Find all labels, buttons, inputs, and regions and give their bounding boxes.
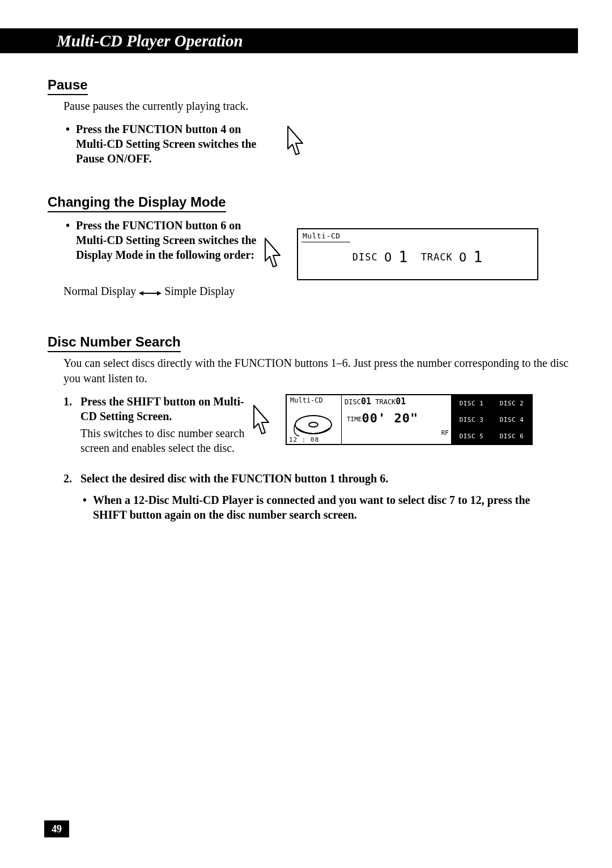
- disc-search-heading: Disc Number Search: [48, 334, 181, 352]
- disc-search-intro: You can select discs directly with the F…: [63, 356, 572, 386]
- disc-search-step1: 1. Press the SHIFT button on Multi-CD Se…: [63, 394, 250, 455]
- lcd-clock: 12 : 08: [289, 436, 319, 443]
- disc-search-section: Disc Number Search You can select discs …: [48, 324, 572, 522]
- lcd-time-line: TIME00' 20": [347, 411, 418, 425]
- svg-marker-1: [139, 291, 143, 296]
- pause-section: Pause Pause pauses the currently playing…: [48, 67, 572, 166]
- svg-point-3: [295, 416, 332, 434]
- lcd-title: Multi-CD: [303, 232, 341, 240]
- disc-button-grid: DISC 1 DISC 2 DISC 3 DISC 4 DISC 5 DISC …: [451, 395, 532, 444]
- disc-search-step1-sub: This switches to disc number search scre…: [80, 426, 250, 455]
- page-title-bar: Multi-CD Player Operation: [0, 28, 578, 53]
- touch-pointer-icon: [284, 124, 572, 165]
- disc-search-step2-note: When a 12-Disc Multi-CD Player is connec…: [80, 493, 562, 522]
- disc-button: DISC 2: [491, 395, 532, 412]
- touch-pointer-icon: [250, 403, 275, 444]
- disc-button: DISC 5: [451, 427, 491, 444]
- lcd-simple-display: Multi-CD DISC O 1 TRACK O 1: [297, 228, 538, 280]
- svg-marker-2: [157, 291, 162, 296]
- lcd-title: Multi-CD: [290, 396, 323, 404]
- svg-point-4: [309, 422, 318, 427]
- disc-button: DISC 3: [451, 412, 491, 428]
- pause-intro-text: Pause pauses the currently playing track…: [63, 99, 562, 114]
- page-number: 49: [44, 820, 69, 837]
- disc-button: DISC 4: [491, 412, 532, 428]
- disc-button: DISC 1: [451, 395, 491, 412]
- display-mode-instruction: Press the FUNCTION button 6 on Multi-CD …: [63, 218, 262, 262]
- display-mode-heading: Changing the Display Mode: [48, 194, 226, 212]
- lcd-main-readout: DISC O 1 TRACK O 1: [298, 249, 537, 266]
- display-mode-flow: Normal Display Simple Display: [63, 285, 572, 299]
- disc-search-step2: 2. Select the desired disc with the FUNC…: [63, 471, 562, 486]
- display-mode-section: Changing the Display Mode Press the FUNC…: [48, 184, 572, 299]
- lcd-disc-track-line: DISC01 TRACK01: [345, 396, 406, 407]
- lcd-disc-search-display: Multi-CD 12 : 08: [286, 394, 533, 445]
- pause-heading: Pause: [48, 77, 88, 95]
- pause-instruction: Press the FUNCTION button 4 on Multi-CD …: [63, 122, 273, 166]
- disc-button: DISC 6: [491, 427, 532, 444]
- double-arrow-icon: [139, 286, 162, 299]
- lcd-rf-indicator: RF: [441, 429, 449, 437]
- touch-pointer-icon: [262, 236, 287, 277]
